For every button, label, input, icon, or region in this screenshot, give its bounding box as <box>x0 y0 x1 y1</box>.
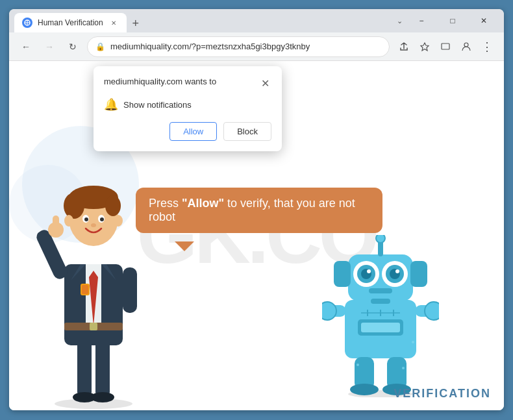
svg-rect-65 <box>369 288 392 293</box>
svg-rect-54 <box>371 299 390 304</box>
profile-button[interactable] <box>457 38 475 56</box>
popup-title: mediumhiquality.com wants to <box>104 77 216 86</box>
svg-rect-64 <box>410 261 427 287</box>
reload-button[interactable]: ↻ <box>64 38 82 56</box>
browser-window: Human Verification ✕ + ⌄ − □ ✕ ← → ↻ 🔒 m… <box>9 9 504 410</box>
nav-actions: ⋮ <box>395 38 496 56</box>
svg-point-66 <box>357 364 359 366</box>
block-button[interactable]: Block <box>223 122 271 141</box>
popup-header: mediumhiquality.com wants to ✕ <box>104 77 271 90</box>
desktop-button[interactable] <box>436 38 455 56</box>
popup-notification-row: 🔔 Show notifications <box>104 97 271 112</box>
window-controls: ⌄ − □ ✕ <box>397 12 499 30</box>
tab-favicon <box>22 18 32 28</box>
tab-close-button[interactable]: ✕ <box>108 18 119 28</box>
svg-point-30 <box>114 215 123 227</box>
speech-text: Press "Allow" to verify, that you are no… <box>149 197 355 223</box>
svg-point-10 <box>91 392 114 402</box>
svg-point-53 <box>376 235 385 243</box>
maximize-button[interactable]: □ <box>438 12 468 30</box>
svg-point-22 <box>64 193 84 219</box>
svg-rect-4 <box>442 43 449 49</box>
chevron-down-icon: ⌄ <box>397 17 403 25</box>
notification-popup: mediumhiquality.com wants to ✕ 🔔 Show no… <box>94 66 282 151</box>
svg-point-26 <box>84 217 88 221</box>
speech-bubble: Press "Allow" to verify, that you are no… <box>136 188 382 233</box>
new-tab-button[interactable]: + <box>127 14 145 32</box>
popup-buttons: Allow Block <box>104 122 271 141</box>
svg-point-51 <box>395 269 399 273</box>
svg-rect-8 <box>95 339 110 397</box>
notification-text: Show notifications <box>123 100 192 110</box>
svg-rect-38 <box>361 323 400 332</box>
svg-point-5 <box>464 43 468 47</box>
svg-rect-19 <box>53 216 59 234</box>
svg-point-67 <box>402 367 405 369</box>
svg-point-27 <box>100 217 104 221</box>
popup-close-button[interactable]: ✕ <box>258 77 271 90</box>
svg-point-56 <box>322 302 336 320</box>
svg-rect-63 <box>334 261 351 287</box>
svg-rect-17 <box>123 267 137 313</box>
robot-figure <box>322 235 439 397</box>
svg-point-50 <box>367 269 371 273</box>
share-button[interactable] <box>395 38 413 56</box>
svg-rect-32 <box>90 323 97 330</box>
active-tab[interactable]: Human Verification ✕ <box>14 13 127 32</box>
bell-icon: 🔔 <box>104 97 118 112</box>
title-bar: Human Verification ✕ + ⌄ − □ ✕ <box>9 9 504 32</box>
svg-point-23 <box>105 195 121 216</box>
tab-title: Human Verification <box>38 18 103 27</box>
svg-rect-34 <box>82 285 88 294</box>
svg-point-58 <box>425 302 439 320</box>
page-content: GK.CO mediumhiquality.com wants to ✕ 🔔 S… <box>9 61 504 410</box>
nav-bar: ← → ↻ 🔒 mediumhiquality.com/?p=meztsnzxh… <box>9 32 504 61</box>
close-button[interactable]: ✕ <box>469 12 499 30</box>
svg-point-28 <box>91 223 96 227</box>
tabs-bar: Human Verification ✕ + <box>14 9 397 32</box>
svg-rect-7 <box>77 339 92 397</box>
back-button[interactable]: ← <box>17 38 35 56</box>
lock-icon: 🔒 <box>95 42 105 51</box>
svg-point-61 <box>350 384 379 395</box>
svg-marker-3 <box>421 43 429 51</box>
verification-label: VERIFICATION <box>394 387 491 401</box>
menu-button[interactable]: ⋮ <box>478 38 496 56</box>
address-bar[interactable]: 🔒 mediumhiquality.com/?p=meztsnzxha5gi3b… <box>87 36 390 57</box>
svg-point-29 <box>64 215 73 227</box>
allow-button[interactable]: Allow <box>169 122 217 141</box>
forward-button[interactable]: → <box>40 38 58 56</box>
svg-point-68 <box>412 341 414 343</box>
url-text: mediumhiquality.com/?p=meztsnzxha5gi3bpg… <box>110 42 381 51</box>
bookmark-button[interactable] <box>416 38 434 56</box>
minimize-button[interactable]: − <box>407 12 436 30</box>
